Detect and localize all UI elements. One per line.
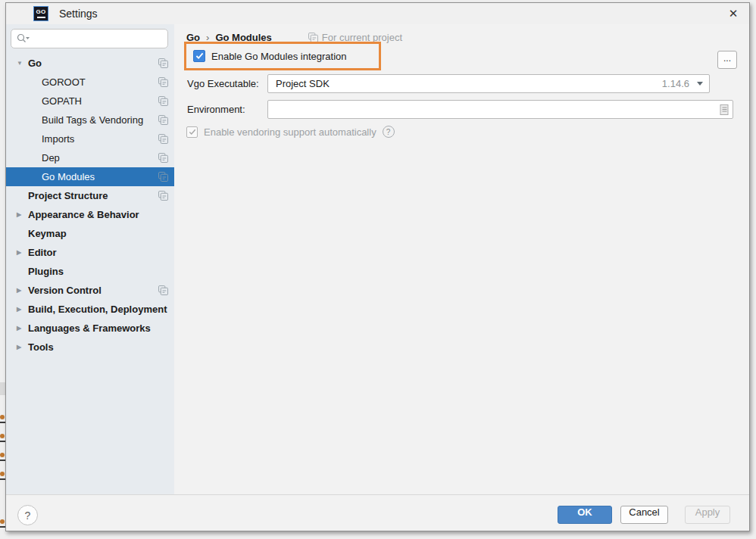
per-project-settings-icon: [158, 285, 168, 295]
sidebar-item-label: Plugins: [28, 266, 64, 277]
chevron-right-icon[interactable]: ▶: [17, 344, 28, 351]
annotation-highlight-box: Enable Go Modules integration: [184, 42, 381, 70]
go-logo-text: GO: [36, 9, 45, 15]
enable-go-modules-label: Enable Go Modules integration: [211, 51, 347, 62]
environment-field[interactable]: [267, 100, 733, 119]
dialog-footer: ? OK Cancel Apply: [6, 494, 749, 531]
vendoring-checkbox: [186, 126, 198, 138]
sidebar-item-label: Project Structure: [28, 190, 108, 201]
sidebar-item-label: Languages & Frameworks: [28, 322, 151, 334]
background-artifact: [0, 415, 5, 419]
sidebar-item-label: Build, Execution, Deployment: [28, 304, 167, 315]
cancel-button[interactable]: Cancel: [620, 506, 668, 524]
help-icon[interactable]: ?: [383, 126, 395, 138]
background-artifact: [0, 434, 5, 438]
sidebar-item-dep[interactable]: Dep: [6, 148, 174, 167]
background-artifact: [0, 422, 5, 423]
checkmark-icon: [189, 129, 196, 136]
sidebar-item-label: Editor: [28, 247, 57, 258]
sidebar-item-build-tags-vendoring[interactable]: Build Tags & Vendoring: [6, 111, 174, 129]
sidebar-item-label: Tools: [28, 341, 54, 353]
sidebar-item-goroot[interactable]: GOROOT: [6, 73, 174, 92]
per-project-settings-icon: [158, 172, 168, 182]
vendoring-label: Enable vendoring support automatically: [204, 126, 376, 138]
chevron-right-icon[interactable]: ▶: [17, 287, 28, 294]
background-artifact: [0, 453, 5, 457]
sidebar-item-go-modules[interactable]: Go Modules: [6, 167, 174, 186]
help-button[interactable]: ?: [17, 505, 38, 525]
sidebar-item-label: Appearance & Behavior: [28, 209, 139, 220]
close-icon[interactable]: ✕: [725, 6, 742, 21]
background-artifact: [0, 460, 5, 461]
sidebar-item-build-execution-deployment[interactable]: ▶Build, Execution, Deployment: [6, 300, 174, 319]
sidebar-item-label: Go: [28, 58, 42, 69]
sidebar-item-label: GOPATH: [42, 95, 82, 107]
chevron-right-icon[interactable]: ▶: [17, 211, 28, 218]
apply-button: Apply: [685, 506, 730, 524]
vgo-executable-value: Project SDK: [276, 78, 330, 89]
environment-input[interactable]: [273, 102, 720, 117]
background-artifact: [0, 441, 5, 442]
sidebar-item-go[interactable]: ▼Go: [6, 54, 174, 73]
per-project-settings-icon: [158, 58, 168, 68]
sidebar-item-project-structure[interactable]: Project Structure: [6, 186, 174, 205]
dialog-titlebar: GO Settings ✕: [6, 3, 749, 24]
background-artifact: [0, 472, 5, 476]
search-input[interactable]: [33, 31, 167, 46]
vgo-executable-label: Vgo Executable:: [187, 78, 267, 89]
sidebar-item-label: Dep: [42, 152, 60, 164]
background-artifact: [0, 478, 5, 480]
environment-row: Environment:: [187, 100, 733, 119]
sidebar-item-keymap[interactable]: Keymap: [6, 224, 174, 243]
go-logo-icon: GO: [33, 6, 48, 21]
search-box[interactable]: [11, 29, 168, 48]
sidebar-item-editor[interactable]: ▶Editor: [6, 243, 174, 262]
sidebar-item-label: Build Tags & Vendoring: [42, 114, 143, 126]
environment-label: Environment:: [187, 104, 267, 115]
sidebar-item-tools[interactable]: ▶Tools: [6, 338, 174, 357]
sidebar-item-label: Imports: [42, 133, 74, 145]
search-icon: [17, 33, 30, 44]
background-artifact: [0, 519, 5, 524]
settings-content: Go › Go Modules For current project Enab…: [174, 24, 749, 494]
settings-tree: ▼GoGOROOTGOPATHBuild Tags & VendoringImp…: [6, 54, 174, 357]
browse-button[interactable]: ...: [717, 51, 737, 69]
per-project-settings-icon: [158, 153, 168, 163]
sidebar-item-version-control[interactable]: ▶Version Control: [6, 281, 174, 300]
per-project-settings-icon: [158, 191, 168, 201]
sidebar-item-imports[interactable]: Imports: [6, 129, 174, 148]
chevron-right-icon[interactable]: ▶: [17, 249, 28, 256]
chevron-down-icon[interactable]: [697, 82, 703, 86]
sdk-version: 1.14.6: [662, 78, 689, 89]
chevron-right-icon[interactable]: ▶: [17, 306, 28, 313]
background-artifact: [0, 382, 5, 395]
sidebar-item-label: Go Modules: [42, 171, 95, 182]
checkmark-icon: [195, 52, 204, 60]
vendoring-row: Enable vendoring support automatically ?: [186, 126, 395, 138]
per-project-settings-icon: [308, 33, 318, 42]
chevron-down-icon[interactable]: ▼: [17, 60, 28, 67]
sidebar-item-gopath[interactable]: GOPATH: [6, 92, 174, 111]
vgo-executable-combobox[interactable]: Project SDK 1.14.6: [267, 74, 710, 93]
enable-go-modules-checkbox[interactable]: [193, 50, 205, 62]
per-project-settings-icon: [158, 115, 168, 125]
sidebar-item-label: Version Control: [28, 285, 102, 296]
ok-button[interactable]: OK: [558, 506, 612, 524]
dialog-title: Settings: [59, 8, 98, 20]
vgo-executable-row: Vgo Executable: Project SDK 1.14.6: [187, 74, 710, 93]
sidebar-item-languages-frameworks[interactable]: ▶Languages & Frameworks: [6, 319, 174, 338]
background-artifact: [0, 526, 5, 528]
per-project-settings-icon: [158, 77, 168, 87]
per-project-settings-icon: [158, 96, 168, 106]
sidebar-item-appearance-behavior[interactable]: ▶Appearance & Behavior: [6, 205, 174, 224]
settings-dialog: GO Settings ✕ ▼GoGOROOTGOPATHBuild Tags …: [5, 2, 750, 531]
variables-icon[interactable]: [720, 104, 729, 116]
sidebar-item-plugins[interactable]: Plugins: [6, 262, 174, 281]
chevron-right-icon[interactable]: ▶: [17, 325, 28, 332]
sidebar-item-label: Keymap: [28, 228, 67, 239]
sidebar-item-label: GOROOT: [42, 76, 86, 88]
settings-sidebar: ▼GoGOROOTGOPATHBuild Tags & VendoringImp…: [6, 24, 174, 494]
per-project-settings-icon: [158, 134, 168, 144]
